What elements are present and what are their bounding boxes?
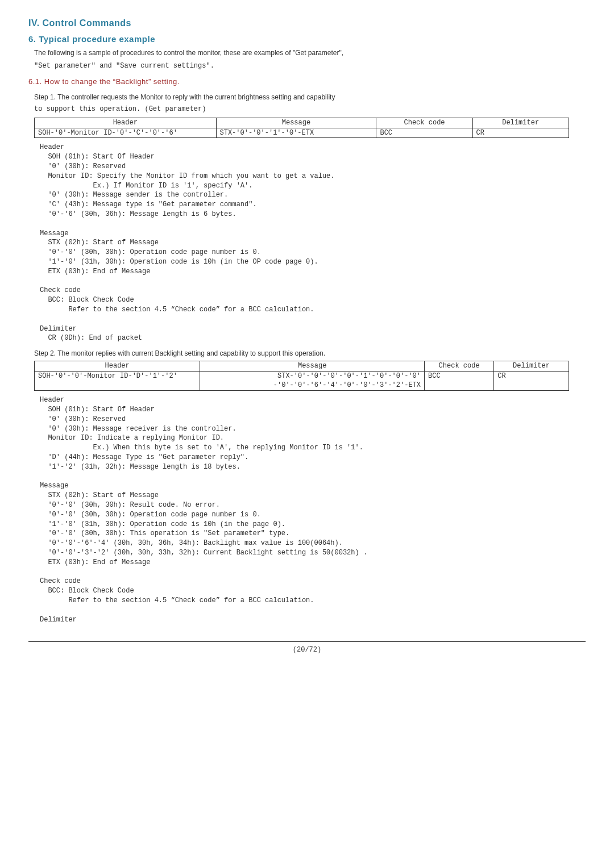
page-footer: (20/72) <box>28 641 586 655</box>
col-delimiter: Delimiter <box>494 361 569 371</box>
cell-check-code: BCC <box>376 128 472 138</box>
col-header: Header <box>35 361 200 371</box>
col-header: Header <box>35 118 217 128</box>
cell-header: SOH-'0'-'0'-Monitor ID-'D'-'1'-'2' <box>35 371 200 391</box>
step2-code-block: Header SOH (01h): Start Of Header '0' (3… <box>40 395 586 624</box>
intro-line-1: The following is a sample of procedures … <box>34 48 586 58</box>
intro-line-2: "Set parameter" and "Save current settin… <box>34 61 586 71</box>
step1-text-1: Step 1. The controller requests the Moni… <box>34 93 586 102</box>
step-6-1-heading: 6.1. How to change the “Backlight” setti… <box>28 77 586 87</box>
table-row: SOH-'0'-'0'-Monitor ID-'D'-'1'-'2' STX-'… <box>35 371 569 391</box>
cell-check-code: BCC <box>425 371 494 391</box>
col-check-code: Check code <box>376 118 472 128</box>
col-delimiter: Delimiter <box>472 118 569 128</box>
section-heading: IV. Control Commands <box>28 17 586 30</box>
cell-header: SOH-'0'-Monitor ID-'0'-'C'-'0'-'6' <box>35 128 217 138</box>
step2-table: Header Message Check code Delimiter SOH-… <box>34 361 569 391</box>
cell-message: STX-'0'-'0'-'1'-'0'-ETX <box>216 128 376 138</box>
col-message: Message <box>216 118 376 128</box>
cell-delimiter: CR <box>472 128 569 138</box>
col-message: Message <box>200 361 425 371</box>
table-row: SOH-'0'-Monitor ID-'0'-'C'-'0'-'6' STX-'… <box>35 128 569 138</box>
step1-code-block: Header SOH (01h): Start Of Header '0' (3… <box>40 143 586 343</box>
table-header-row: Header Message Check code Delimiter <box>35 361 569 371</box>
step1-text-2: to support this operation. (Get paramete… <box>34 105 586 114</box>
cell-message: STX-'0'-'0'-'0'-'0'-'1'-'0'-'0'-'0' -'0'… <box>200 371 425 391</box>
cell-delimiter: CR <box>494 371 569 391</box>
subsection-heading: 6. Typical procedure example <box>28 33 586 45</box>
table-header-row: Header Message Check code Delimiter <box>35 118 569 128</box>
step1-table: Header Message Check code Delimiter SOH-… <box>34 118 569 139</box>
step2-text-1: Step 2. The monitor replies with current… <box>34 349 586 358</box>
col-check-code: Check code <box>425 361 494 371</box>
